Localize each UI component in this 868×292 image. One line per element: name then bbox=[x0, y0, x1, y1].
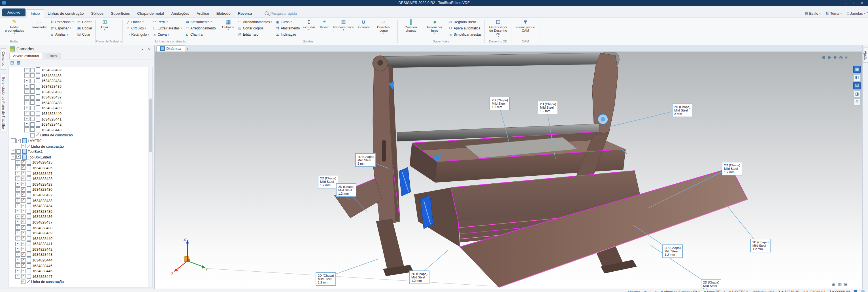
viewport-layout-icon[interactable] bbox=[854, 290, 857, 292]
expand-icon[interactable]: + bbox=[24, 95, 29, 100]
ribbon-button-circulos[interactable]: ○Círculos▾ bbox=[124, 25, 150, 32]
tree-checkbox[interactable] bbox=[17, 149, 21, 154]
expand-icon[interactable]: + bbox=[15, 252, 20, 257]
snap-indicator-icon[interactable]: ◉ bbox=[644, 290, 647, 292]
tree-item-1634828426[interactable]: +✓1634828426 bbox=[9, 165, 152, 170]
menu-tab-analise[interactable]: Análise bbox=[193, 10, 213, 17]
tree-item-1634828445[interactable]: +✓1634828445 bbox=[9, 263, 152, 268]
tree-item-1634828429[interactable]: +✓1634828429 bbox=[9, 181, 152, 187]
shading-icon[interactable]: ◨ bbox=[853, 90, 861, 98]
tree-checkbox[interactable]: ✓ bbox=[21, 166, 26, 170]
tree-item-1634828434[interactable]: +✓1634828434 bbox=[9, 203, 152, 209]
expand-icon[interactable]: + bbox=[24, 127, 29, 132]
tree-scrollbar[interactable] bbox=[148, 67, 152, 287]
help-panel-tab[interactable]: Ajuda bbox=[863, 47, 868, 63]
menu-janelas-dropdown[interactable]: □Janelas▾ bbox=[847, 11, 865, 15]
tree-checkbox[interactable]: ✓ bbox=[21, 220, 26, 224]
ribbon-button-mover[interactable]: +Mover bbox=[317, 19, 332, 29]
material-annotation[interactable]: 2D (Chapa)Mild Steel1.2 mm bbox=[316, 272, 336, 286]
tree-item-1634828440[interactable]: +1634828440 bbox=[9, 111, 152, 116]
chevron-down-icon[interactable]: ▾ bbox=[655, 290, 656, 292]
ribbon-button-costurar-chapas[interactable]: ∥Costurar chapas bbox=[399, 19, 423, 32]
tree-item-1634828433[interactable]: +1634828433 bbox=[9, 73, 152, 78]
expand-icon[interactable]: + bbox=[15, 209, 20, 214]
zoom-window-icon[interactable]: ⊕ bbox=[853, 99, 861, 106]
tree-checkbox[interactable]: ✓ bbox=[21, 187, 26, 192]
tree-item-1634828447[interactable]: +✓1634828447 bbox=[9, 273, 152, 279]
tree-item-1634828425[interactable]: +✓1634828425 bbox=[9, 159, 152, 165]
tree-checkbox[interactable]: ✓ bbox=[21, 176, 26, 181]
ribbon-button-extrudar[interactable]: ↥Extrudar▾ bbox=[302, 19, 316, 31]
tree-checkbox[interactable] bbox=[30, 106, 35, 110]
material-annotation[interactable]: 2D (Chapa)Mild Steel1.2 mm bbox=[662, 245, 683, 258]
tree-checkbox[interactable]: ✓ bbox=[21, 280, 26, 284]
material-annotation[interactable]: 2D (Chapa)Mild Steel1.2 mm bbox=[750, 239, 771, 252]
menu-tab-solidos[interactable]: Sólidos bbox=[88, 10, 107, 17]
zoom-in-icon[interactable]: ⊕ bbox=[828, 55, 831, 60]
expand-icon[interactable]: + bbox=[15, 241, 20, 246]
menu-tab-eletrodo[interactable]: Eletrodo bbox=[213, 10, 234, 17]
expand-icon[interactable]: + bbox=[15, 182, 20, 186]
expand-icon[interactable]: + bbox=[11, 149, 16, 154]
expand-icon[interactable]: + bbox=[15, 236, 20, 241]
expand-icon[interactable]: + bbox=[15, 192, 20, 197]
tree-checkbox[interactable] bbox=[30, 127, 35, 132]
model-canvas[interactable]: Z X Y 2D (Chapa)Mild Steel1.2 mm2D (Chap… bbox=[155, 52, 862, 289]
tree-item-linha-de-construcao[interactable]: Linha de construção bbox=[9, 133, 152, 138]
ribbon-button-dissolver-corpo[interactable]: ○Dissolver corpo▾ bbox=[372, 19, 396, 35]
tree-item-1634828432[interactable]: +1634828432 bbox=[9, 67, 152, 73]
toggle-label[interactable]: Alternar bbox=[627, 290, 640, 292]
tree-item-1634828443[interactable]: +✓1634828443 bbox=[9, 252, 152, 257]
expand-icon[interactable]: + bbox=[15, 225, 20, 230]
ribbon-button-extrair-arestas[interactable]: ∟Extrair arestas▾ bbox=[151, 25, 183, 32]
maximize-button[interactable]: □ bbox=[850, 0, 858, 6]
tree-item-layer0[interactable]: −✓LAYER0 bbox=[9, 138, 152, 143]
tree-item-1634828444[interactable]: +✓1634828444 bbox=[9, 257, 152, 263]
tree-checkbox[interactable]: ✓ bbox=[21, 171, 26, 175]
viewports-icon[interactable]: ⊞ bbox=[844, 282, 847, 287]
expand-icon[interactable]: + bbox=[15, 263, 20, 268]
tree-checkbox[interactable] bbox=[30, 84, 35, 88]
ribbon-button-cuboide[interactable]: ▦Cubóide▾ bbox=[221, 19, 236, 31]
pan-icon[interactable]: ⊞ bbox=[822, 55, 825, 60]
tree-checkbox[interactable]: ✓ bbox=[21, 144, 26, 148]
view-selector[interactable]: Vista REL ▾ bbox=[704, 290, 725, 292]
orbit-icon[interactable]: ◎ bbox=[839, 55, 843, 60]
expand-icon[interactable]: + bbox=[24, 117, 29, 121]
material-annotation[interactable]: 2D (Chapa)Mild Steel2 mm bbox=[672, 104, 693, 117]
ribbon-button-gerenciador-de-desenho-2d[interactable]: ⊡Gerenciador de Desenho 2D▾ bbox=[487, 19, 510, 38]
menu-tab-inicio[interactable]: Início bbox=[26, 9, 44, 17]
menu-tab-reversa[interactable]: Reversa bbox=[234, 10, 256, 17]
menu-tab-anotacoes[interactable]: Anotações bbox=[168, 10, 193, 17]
expand-icon[interactable]: + bbox=[24, 68, 29, 72]
collapse-icon[interactable]: − bbox=[11, 138, 16, 143]
tree-item-1634828435[interactable]: +✓1634828435 bbox=[9, 209, 152, 214]
layer-selector[interactable]: LAYER0 ▾ bbox=[728, 290, 748, 292]
expand-icon[interactable]: + bbox=[15, 258, 20, 263]
ribbon-button-booleano[interactable]: ∪Booleano bbox=[355, 19, 372, 29]
ribbon-button-chanfrar[interactable]: ◣Chanfrar bbox=[184, 31, 217, 38]
material-annotation[interactable]: 2D (Chapa)Mild Steel1.2 mm bbox=[701, 279, 721, 289]
menu-tab-superficies[interactable]: Superfícies bbox=[107, 10, 133, 17]
expand-icon[interactable]: + bbox=[24, 78, 29, 83]
ribbon-button-retangulo[interactable]: ▭Retângulo▾ bbox=[124, 31, 150, 38]
tree-item-1634828430[interactable]: +✓1634828430 bbox=[9, 187, 152, 192]
tree-item-1634828438[interactable]: +✓1634828438 bbox=[9, 225, 152, 230]
ribbon-button-espelhar[interactable]: ⇄Espelhar▾ bbox=[49, 25, 75, 32]
tree-checkbox[interactable] bbox=[30, 79, 35, 83]
tree-item-1634828427[interactable]: +✓1634828427 bbox=[9, 171, 152, 176]
csys-selector[interactable]: Absoluto Superior XY ▾ bbox=[660, 290, 700, 292]
tree-item-1634828437[interactable]: +1634828437 bbox=[9, 95, 152, 100]
units-label[interactable]: Unidades: MM bbox=[751, 290, 774, 292]
tree-item-1634828443[interactable]: +1634828443 bbox=[9, 127, 152, 133]
tree-checkbox[interactable]: ✓ bbox=[21, 209, 26, 213]
tree-item-1634828442[interactable]: +✓1634828442 bbox=[9, 247, 152, 252]
tree-item-1634828436[interactable]: +✓1634828436 bbox=[9, 214, 152, 219]
expand-icon[interactable]: + bbox=[15, 204, 20, 208]
quick-search[interactable]: Pesquisa rápida bbox=[265, 11, 297, 15]
tree-checkbox[interactable]: ✓ bbox=[17, 138, 21, 143]
tree-checkbox[interactable]: ✓ bbox=[21, 242, 26, 246]
tree-checkbox[interactable]: ✓ bbox=[21, 263, 26, 268]
layer-stack-icon[interactable]: ▤ bbox=[10, 61, 14, 65]
command-panel-tab[interactable]: Comando bbox=[1, 48, 6, 70]
